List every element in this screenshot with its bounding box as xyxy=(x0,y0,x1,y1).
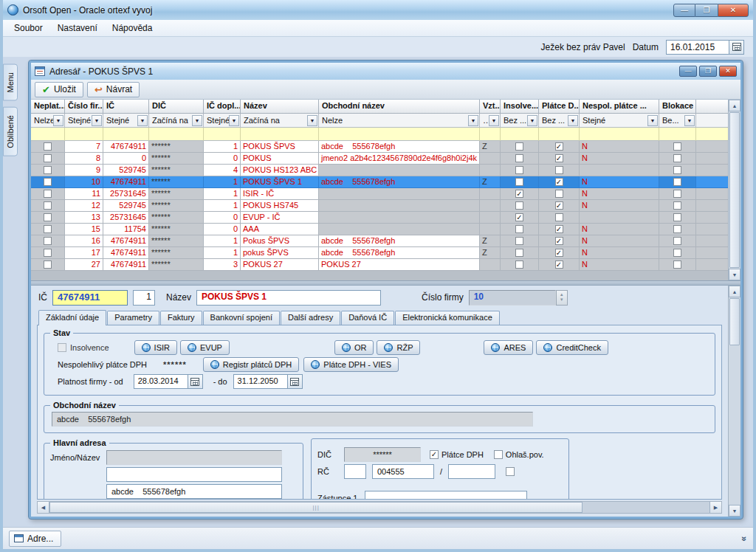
filter-ic[interactable]: Stejné▼ xyxy=(103,114,149,128)
scroll-down-arrow[interactable]: ▼ xyxy=(729,505,740,517)
detail-vertical-scrollbar[interactable]: ▲ ▼ xyxy=(728,286,740,517)
chevron-down-icon[interactable]: ▼ xyxy=(307,115,317,126)
scrollbar-thumb[interactable]: ||| xyxy=(49,502,583,513)
calendar-do-button[interactable] xyxy=(288,374,303,389)
zastupce-input[interactable] xyxy=(365,491,527,500)
checkbox-unchecked[interactable] xyxy=(673,225,681,233)
grid-row[interactable]: 1511754******0AAA✓N xyxy=(31,224,728,235)
scrollbar-thumb[interactable] xyxy=(729,298,740,345)
menu-item-soubor[interactable]: Soubor xyxy=(7,21,49,35)
checkbox-unchecked[interactable] xyxy=(515,201,523,210)
save-button[interactable]: ✔ Uložit xyxy=(35,82,83,97)
filter-input-obchodni[interactable] xyxy=(319,128,480,141)
nazev-input[interactable]: POKUS ŠPVS 1 xyxy=(196,290,381,306)
column-header-icdopl[interactable]: IČ dopl... xyxy=(204,100,241,114)
checkbox-unchecked[interactable] xyxy=(673,201,681,210)
horizontal-scrollbar[interactable]: ◀ ||| ▶ xyxy=(37,501,722,514)
filter-input-platce[interactable] xyxy=(539,128,580,141)
sidebar-tab-oblibene[interactable]: Oblíbené xyxy=(3,107,18,156)
scroll-left-arrow[interactable]: ◀ xyxy=(38,502,49,513)
checkbox-unchecked[interactable] xyxy=(673,178,681,186)
filter-icdopl[interactable]: Stejné▼ xyxy=(204,114,241,128)
checkbox-unchecked[interactable] xyxy=(673,142,681,151)
grid-row[interactable]: 1747674911******1pokus ŠPVSabcde 555678e… xyxy=(31,247,728,259)
filter-obchodni[interactable]: Nelze▼ xyxy=(319,114,480,128)
filter-insolve[interactable]: Bez ...▼ xyxy=(501,114,539,128)
checkbox-unchecked[interactable] xyxy=(515,178,523,186)
scrollbar-thumb[interactable] xyxy=(729,112,740,268)
checkbox-checked[interactable]: ✓ xyxy=(555,178,563,186)
checkbox-unchecked[interactable] xyxy=(555,190,563,198)
column-header-vzt[interactable]: Vzt... xyxy=(480,100,501,114)
maximize-button[interactable]: ❐ xyxy=(699,66,717,77)
filter-input-cislo[interactable] xyxy=(65,128,103,141)
column-header-obchodni[interactable]: Obchodní název xyxy=(319,100,480,114)
checkbox-unchecked[interactable] xyxy=(673,237,681,245)
column-header-platce[interactable]: Plátce D... xyxy=(539,100,580,114)
ohlas-pov-checkbox[interactable] xyxy=(494,450,503,459)
checkbox-checked[interactable]: ✓ xyxy=(555,261,563,269)
chevron-down-icon[interactable]: ▼ xyxy=(568,115,578,126)
filter-input-nespol[interactable] xyxy=(580,128,659,141)
or-button[interactable]: OR xyxy=(334,340,374,355)
platce-dph-checkbox[interactable]: ✓ xyxy=(430,450,439,459)
evup-button[interactable]: EVUP xyxy=(180,340,230,355)
creditcheck-button[interactable]: CreditCheck xyxy=(536,340,608,355)
checkbox-unchecked[interactable] xyxy=(673,261,681,269)
platnost-od-input[interactable]: 28.03.2014 xyxy=(134,374,188,389)
checkbox-unchecked[interactable] xyxy=(673,213,681,221)
checkbox-unchecked[interactable] xyxy=(44,201,52,210)
tab-elektronicka-komunikace[interactable]: Elektronická komunikace xyxy=(395,311,500,325)
date-input[interactable]: 16.01.2015 xyxy=(666,40,729,55)
checkbox-unchecked[interactable] xyxy=(555,213,563,221)
checkbox-unchecked[interactable] xyxy=(515,166,523,174)
grid-row[interactable]: 747674911******1POKUS ŠPVSabcde 555678ef… xyxy=(31,141,728,153)
tab-parametry[interactable]: Parametry xyxy=(107,311,159,325)
column-header-nespol[interactable]: Nespol. plátce ... xyxy=(580,100,659,114)
scroll-up-arrow[interactable]: ▲ xyxy=(729,100,740,111)
filter-blokace[interactable]: Be...▼ xyxy=(659,114,696,128)
checkbox-unchecked[interactable] xyxy=(515,237,523,245)
ic-suffix-input[interactable]: 1 xyxy=(133,290,155,306)
filter-input-insolve[interactable] xyxy=(501,128,539,141)
taskbar-item-adresar[interactable]: Adre... xyxy=(9,531,61,547)
spinner-up-icon[interactable]: ▲ xyxy=(560,292,564,297)
checkbox-unchecked[interactable] xyxy=(44,213,52,221)
rc-checkbox[interactable] xyxy=(506,467,515,476)
filter-input-blokace[interactable] xyxy=(659,128,696,141)
column-header-nazev[interactable]: Název xyxy=(241,100,319,114)
ic-input[interactable]: 47674911 xyxy=(52,290,128,306)
chevron-down-icon[interactable]: ▼ xyxy=(489,115,499,126)
checkbox-unchecked[interactable] xyxy=(673,249,681,257)
spinner-buttons[interactable]: ▲ ▼ xyxy=(556,290,568,306)
insolvence-checkbox[interactable] xyxy=(58,343,66,352)
minimize-button[interactable]: — xyxy=(673,4,695,17)
tab-bankovni-spojeni[interactable]: Bankovní spojení xyxy=(203,311,280,325)
filter-neplat[interactable]: Nelze▼ xyxy=(31,114,65,128)
column-header-ic[interactable]: IČ xyxy=(103,100,149,114)
grid-row[interactable]: 12529745******1POKUS HS745✓N xyxy=(31,200,728,212)
platnost-do-input[interactable]: 31.12.2050 xyxy=(233,374,288,389)
rc-input[interactable]: 004555 xyxy=(372,464,434,479)
grid-row[interactable]: 80******0POKUSjmeno2 a2b4c1234567890d2e4… xyxy=(31,153,728,165)
filter-cislo[interactable]: Stejné▼ xyxy=(65,114,103,128)
scrollbar-track[interactable] xyxy=(583,502,709,513)
checkbox-checked[interactable]: ✓ xyxy=(555,142,563,151)
nazev-line3-input[interactable]: abcde 555678efgh xyxy=(106,484,282,499)
minimize-button[interactable]: — xyxy=(679,66,697,77)
filter-dic[interactable]: Začíná na▼ xyxy=(149,114,204,128)
checkbox-checked[interactable]: ✓ xyxy=(515,190,523,198)
grid-row[interactable]: 2747674911******3POKUS 27POKUS 27✓N xyxy=(31,259,728,271)
close-button[interactable]: ✕ xyxy=(719,66,737,77)
tab-danova-ic[interactable]: Daňová IČ xyxy=(341,311,394,325)
checkbox-checked[interactable]: ✓ xyxy=(555,154,563,162)
filter-vzt[interactable]: …▼ xyxy=(480,114,501,128)
checkbox-unchecked[interactable] xyxy=(515,154,523,162)
chevron-down-icon[interactable]: ▼ xyxy=(647,115,658,126)
checkbox-unchecked[interactable] xyxy=(44,142,52,151)
expand-chevrons-icon[interactable]: » xyxy=(740,536,750,541)
filter-platce[interactable]: Bez ...▼ xyxy=(539,114,580,128)
checkbox-checked[interactable]: ✓ xyxy=(555,225,563,233)
checkbox-unchecked[interactable] xyxy=(515,261,523,269)
column-header-insolve[interactable]: Insolve... xyxy=(501,100,539,114)
